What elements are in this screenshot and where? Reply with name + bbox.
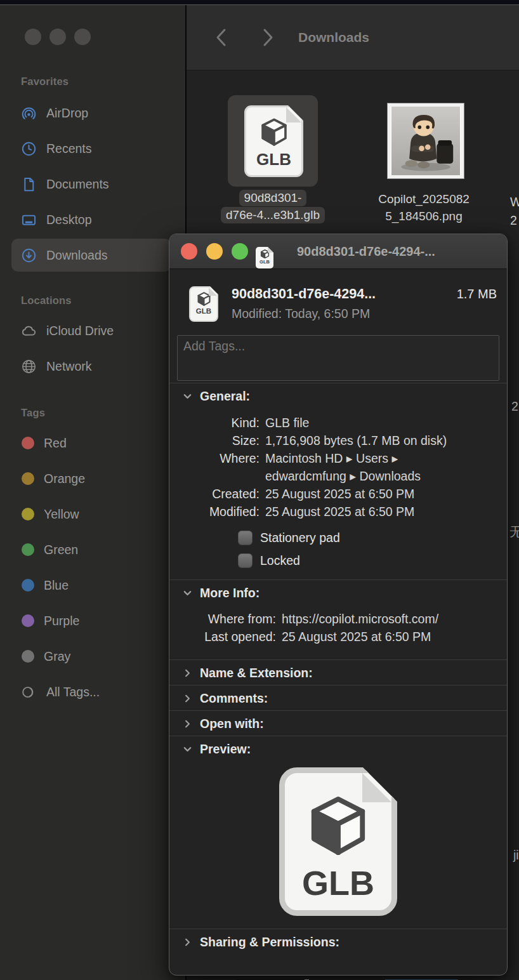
sidebar-item-label: Desktop [46, 213, 92, 227]
chevron-down-icon [182, 391, 193, 402]
sidebar-item-tag-orange[interactable]: Orange [19, 462, 175, 495]
glb-badge: GLB [302, 863, 374, 903]
figurine-photo [391, 107, 461, 175]
sidebar-section-favorites: Favorites [21, 76, 69, 88]
sidebar-item-tag-gray[interactable]: Gray [19, 640, 175, 673]
minimize-button-inactive[interactable] [49, 29, 66, 45]
red-tag-icon [22, 437, 34, 449]
section-more-info-header[interactable]: More Info: [169, 580, 507, 605]
section-name-extension-header[interactable]: Name & Extension: [169, 660, 507, 685]
section-more-info: More Info: Where from: https://copilot.m… [169, 579, 507, 646]
info-row-where-from: Where from: https://copilot.microsoft.co… [169, 610, 507, 628]
close-button[interactable] [181, 243, 197, 260]
window-title: 90d8d301-d76e-4294-... [297, 244, 435, 259]
glb-badge: GLB [256, 150, 291, 169]
sidebar-item-downloads[interactable]: Downloads [19, 239, 175, 272]
document-icon [19, 175, 38, 194]
globe-icon [19, 357, 38, 376]
finder-toolbar: Downloads [187, 5, 519, 70]
info-row-size: Size: 1,716,908 bytes (1.7 MB on disk) [169, 432, 507, 449]
sidebar-item-tag-red[interactable]: Red [19, 427, 175, 460]
stationery-pad-checkbox[interactable] [238, 531, 253, 545]
sidebar-item-label: Downloads [46, 248, 107, 263]
sidebar-item-tag-green[interactable]: Green [19, 533, 175, 566]
file-label-glb[interactable]: 90d8d301- d76e-4...e3b1.glb [209, 190, 336, 223]
green-tag-icon [22, 543, 34, 556]
glb-preview-icon: GLB [279, 767, 397, 916]
sidebar-item-label: Red [44, 436, 67, 451]
section-sharing-permissions-header[interactable]: Sharing & Permissions: [169, 929, 507, 954]
section-sharing-permissions: Sharing & Permissions: [169, 929, 507, 954]
chevron-right-icon [182, 937, 193, 948]
back-button[interactable] [214, 27, 230, 48]
file-label-fragment: 2 [510, 213, 517, 228]
sidebar-item-recents[interactable]: Recents [19, 132, 175, 165]
close-button-inactive[interactable] [25, 29, 41, 45]
file-modified: Modified: Today, 6:50 PM [232, 307, 497, 321]
desktop-icon [19, 210, 38, 229]
sidebar-item-tag-blue[interactable]: Blue [19, 569, 175, 602]
cube-icon [307, 796, 369, 856]
section-name-extension: Name & Extension: [169, 659, 507, 685]
page-fold-icon [268, 247, 273, 253]
sidebar-item-label: Blue [44, 578, 69, 593]
sidebar-section-tags: Tags [21, 407, 45, 419]
info-row-modified: Modified: 25 August 2025 at 6:50 PM [169, 503, 507, 520]
locked-checkbox[interactable] [238, 553, 253, 568]
locked-row: Locked [238, 553, 507, 568]
sidebar-item-label: Yellow [44, 507, 79, 522]
sidebar-item-network[interactable]: Network [19, 350, 175, 383]
zoom-button[interactable] [232, 243, 248, 260]
cloud-icon [19, 321, 38, 340]
file-size: 1.7 MB [457, 287, 497, 301]
tags-field-frame [177, 335, 499, 381]
chevron-down-icon [182, 588, 193, 599]
section-general-header[interactable]: General: [169, 383, 507, 408]
file-name: 90d8d301-d76e-4294... [232, 286, 450, 302]
info-row-last-opened: Last opened: 25 August 2025 at 6:50 PM [169, 628, 507, 646]
finder-sidebar: Favorites AirDrop Recents [0, 5, 185, 980]
section-general: General: Kind: GLB file Size: 1,716,908 … [169, 383, 507, 568]
info-header: GLB 90d8d301-d76e-4294... 1.7 MB Modifie… [169, 269, 507, 322]
file-label-fragment: 无 [509, 524, 519, 541]
glb-badge: GLB [260, 259, 270, 265]
get-info-titlebar[interactable]: GLB 90d8d301-d76e-4294-... [169, 234, 507, 269]
file-label-fragment: W [510, 195, 519, 209]
sidebar-item-desktop[interactable]: Desktop [19, 203, 175, 236]
sidebar-item-airdrop[interactable]: AirDrop [19, 96, 175, 129]
page-fold-icon [209, 288, 217, 296]
chevron-right-icon [182, 668, 193, 679]
image-file-thumbnail[interactable] [388, 103, 464, 178]
sidebar-item-documents[interactable]: Documents [19, 168, 175, 201]
forward-button[interactable] [259, 27, 275, 48]
add-tags-input[interactable] [178, 336, 499, 380]
orange-tag-icon [22, 472, 34, 485]
zoom-button-inactive[interactable] [74, 29, 91, 45]
yellow-tag-icon [22, 508, 34, 520]
gray-tag-icon [22, 650, 34, 663]
file-label-png[interactable]: Copilot_2025082 5_184506.png [360, 191, 487, 225]
glb-file-icon[interactable]: GLB [244, 105, 303, 177]
sidebar-item-tag-purple[interactable]: Purple [19, 604, 175, 637]
section-comments-header[interactable]: Comments: [169, 685, 507, 710]
minimize-button[interactable] [206, 243, 223, 260]
sidebar-item-all-tags[interactable]: All Tags... [19, 675, 175, 708]
cube-icon [260, 118, 289, 146]
section-comments: Comments: [169, 685, 507, 710]
sidebar-item-label: Gray [44, 649, 70, 664]
glb-badge: GLB [196, 307, 211, 315]
page-fold-icon [362, 773, 391, 802]
section-preview-header[interactable]: Preview: [169, 736, 507, 761]
file-label-fragment: ji [513, 848, 519, 863]
sidebar-item-label: Documents [46, 177, 109, 192]
sidebar-item-label: Network [46, 359, 92, 374]
sidebar-item-label: Recents [46, 142, 92, 156]
section-open-with-header[interactable]: Open with: [169, 711, 507, 736]
sidebar-item-icloud-drive[interactable]: iCloud Drive [19, 314, 175, 347]
sidebar-item-label: All Tags... [46, 685, 100, 699]
section-preview: Preview: GLB [169, 736, 507, 916]
toolbar-title: Downloads [298, 30, 369, 45]
blue-tag-icon [22, 579, 34, 592]
sidebar-item-tag-yellow[interactable]: Yellow [19, 498, 175, 531]
chevron-down-icon [182, 744, 193, 755]
